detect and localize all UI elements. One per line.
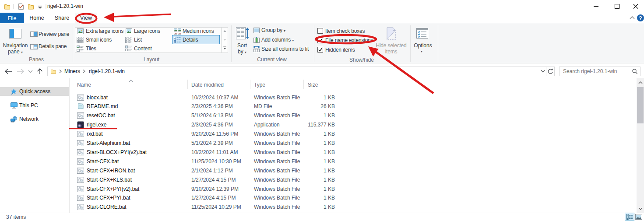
svg-text:?: ? xyxy=(639,15,642,21)
